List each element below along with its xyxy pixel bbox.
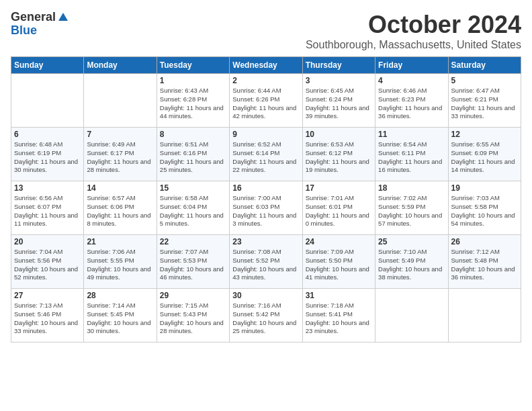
- day-cell: 6Sunrise: 6:48 AM Sunset: 6:19 PM Daylig…: [11, 128, 84, 181]
- day-number: 6: [14, 130, 81, 139]
- day-info: Sunrise: 6:48 AM Sunset: 6:19 PM Dayligh…: [14, 140, 81, 175]
- day-number: 1: [160, 76, 226, 85]
- day-info: Sunrise: 6:49 AM Sunset: 6:17 PM Dayligh…: [87, 140, 153, 175]
- day-info: Sunrise: 6:43 AM Sunset: 6:28 PM Dayligh…: [160, 87, 226, 121]
- day-cell: 27Sunrise: 7:13 AM Sunset: 5:46 PM Dayli…: [11, 289, 84, 342]
- col-header-sunday: Sunday: [11, 57, 84, 74]
- day-number: 4: [378, 76, 445, 85]
- day-number: 29: [160, 291, 226, 300]
- day-cell: 9Sunrise: 6:52 AM Sunset: 6:14 PM Daylig…: [230, 128, 302, 181]
- day-number: 15: [160, 183, 226, 193]
- day-cell: 24Sunrise: 7:09 AM Sunset: 5:50 PM Dayli…: [302, 235, 375, 289]
- col-header-thursday: Thursday: [302, 57, 375, 74]
- col-header-monday: Monday: [84, 57, 157, 74]
- day-cell: 14Sunrise: 6:57 AM Sunset: 6:06 PM Dayli…: [84, 181, 157, 235]
- day-cell: [11, 74, 84, 128]
- day-number: 16: [232, 183, 299, 193]
- day-info: Sunrise: 7:04 AM Sunset: 5:56 PM Dayligh…: [14, 248, 81, 282]
- week-row-5: 27Sunrise: 7:13 AM Sunset: 5:46 PM Dayli…: [11, 289, 521, 342]
- day-cell: [375, 289, 448, 342]
- day-info: Sunrise: 6:58 AM Sunset: 6:04 PM Dayligh…: [160, 194, 226, 228]
- day-info: Sunrise: 7:06 AM Sunset: 5:55 PM Dayligh…: [87, 248, 153, 282]
- day-info: Sunrise: 6:56 AM Sunset: 6:07 PM Dayligh…: [14, 194, 81, 228]
- day-number: 7: [87, 130, 153, 139]
- day-cell: 13Sunrise: 6:56 AM Sunset: 6:07 PM Dayli…: [11, 181, 84, 235]
- day-info: Sunrise: 6:55 AM Sunset: 6:09 PM Dayligh…: [451, 140, 518, 175]
- day-cell: 30Sunrise: 7:16 AM Sunset: 5:42 PM Dayli…: [230, 289, 302, 342]
- day-cell: 20Sunrise: 7:04 AM Sunset: 5:56 PM Dayli…: [11, 235, 84, 289]
- day-info: Sunrise: 7:12 AM Sunset: 5:48 PM Dayligh…: [451, 248, 518, 282]
- col-header-tuesday: Tuesday: [157, 57, 229, 74]
- day-info: Sunrise: 7:07 AM Sunset: 5:53 PM Dayligh…: [160, 248, 226, 282]
- day-info: Sunrise: 6:44 AM Sunset: 6:26 PM Dayligh…: [232, 87, 299, 121]
- day-info: Sunrise: 7:15 AM Sunset: 5:43 PM Dayligh…: [160, 302, 226, 336]
- day-number: 31: [306, 291, 372, 300]
- day-number: 26: [451, 237, 518, 246]
- day-info: Sunrise: 6:53 AM Sunset: 6:12 PM Dayligh…: [306, 140, 372, 175]
- day-number: 30: [232, 291, 299, 300]
- day-cell: 2Sunrise: 6:44 AM Sunset: 6:26 PM Daylig…: [230, 74, 302, 128]
- day-number: 18: [378, 183, 445, 193]
- day-cell: [84, 74, 157, 128]
- day-cell: 15Sunrise: 6:58 AM Sunset: 6:04 PM Dayli…: [157, 181, 229, 235]
- title-area: October 2024 Southborough, Massachusetts…: [306, 11, 521, 51]
- day-number: 12: [451, 130, 518, 139]
- day-number: 5: [451, 76, 518, 85]
- day-cell: 5Sunrise: 6:47 AM Sunset: 6:21 PM Daylig…: [448, 74, 521, 128]
- day-number: 28: [87, 291, 153, 300]
- day-number: 2: [232, 76, 299, 85]
- header-row: SundayMondayTuesdayWednesdayThursdayFrid…: [11, 57, 521, 74]
- day-cell: 25Sunrise: 7:10 AM Sunset: 5:49 PM Dayli…: [375, 235, 448, 289]
- col-header-saturday: Saturday: [448, 57, 521, 74]
- day-number: 21: [87, 237, 153, 246]
- day-info: Sunrise: 6:51 AM Sunset: 6:16 PM Dayligh…: [160, 140, 226, 175]
- day-cell: 17Sunrise: 7:01 AM Sunset: 6:01 PM Dayli…: [302, 181, 375, 235]
- day-cell: 29Sunrise: 7:15 AM Sunset: 5:43 PM Dayli…: [157, 289, 229, 342]
- week-row-4: 20Sunrise: 7:04 AM Sunset: 5:56 PM Dayli…: [11, 235, 521, 289]
- day-info: Sunrise: 6:47 AM Sunset: 6:21 PM Dayligh…: [451, 87, 518, 121]
- day-cell: 31Sunrise: 7:18 AM Sunset: 5:41 PM Dayli…: [302, 289, 375, 342]
- day-info: Sunrise: 7:08 AM Sunset: 5:52 PM Dayligh…: [232, 248, 299, 282]
- day-number: 23: [232, 237, 299, 246]
- day-info: Sunrise: 7:10 AM Sunset: 5:49 PM Dayligh…: [378, 248, 445, 282]
- day-info: Sunrise: 7:02 AM Sunset: 5:59 PM Dayligh…: [378, 194, 445, 228]
- day-info: Sunrise: 7:03 AM Sunset: 5:58 PM Dayligh…: [451, 194, 518, 228]
- col-header-friday: Friday: [375, 57, 448, 74]
- day-cell: 16Sunrise: 7:00 AM Sunset: 6:03 PM Dayli…: [230, 181, 302, 235]
- day-number: 19: [451, 183, 518, 193]
- day-info: Sunrise: 6:57 AM Sunset: 6:06 PM Dayligh…: [87, 194, 153, 228]
- day-info: Sunrise: 6:52 AM Sunset: 6:14 PM Dayligh…: [232, 140, 299, 175]
- logo: General Blue: [11, 11, 69, 38]
- header: General Blue October 2024 Southborough, …: [11, 11, 521, 51]
- day-info: Sunrise: 6:45 AM Sunset: 6:24 PM Dayligh…: [306, 87, 372, 121]
- week-row-3: 13Sunrise: 6:56 AM Sunset: 6:07 PM Dayli…: [11, 181, 521, 235]
- day-number: 24: [306, 237, 372, 246]
- day-cell: 10Sunrise: 6:53 AM Sunset: 6:12 PM Dayli…: [302, 128, 375, 181]
- day-cell: 26Sunrise: 7:12 AM Sunset: 5:48 PM Dayli…: [448, 235, 521, 289]
- day-info: Sunrise: 7:14 AM Sunset: 5:45 PM Dayligh…: [87, 302, 153, 336]
- logo-blue: Blue: [11, 24, 37, 38]
- day-info: Sunrise: 7:09 AM Sunset: 5:50 PM Dayligh…: [306, 248, 372, 282]
- day-info: Sunrise: 6:54 AM Sunset: 6:11 PM Dayligh…: [378, 140, 445, 175]
- day-cell: 3Sunrise: 6:45 AM Sunset: 6:24 PM Daylig…: [302, 74, 375, 128]
- day-cell: 18Sunrise: 7:02 AM Sunset: 5:59 PM Dayli…: [375, 181, 448, 235]
- day-cell: 12Sunrise: 6:55 AM Sunset: 6:09 PM Dayli…: [448, 128, 521, 181]
- day-cell: 11Sunrise: 6:54 AM Sunset: 6:11 PM Dayli…: [375, 128, 448, 181]
- day-number: 17: [306, 183, 372, 193]
- day-cell: 19Sunrise: 7:03 AM Sunset: 5:58 PM Dayli…: [448, 181, 521, 235]
- day-number: 11: [378, 130, 445, 139]
- svg-marker-0: [58, 13, 68, 21]
- day-number: 10: [306, 130, 372, 139]
- col-header-wednesday: Wednesday: [230, 57, 302, 74]
- day-cell: [448, 289, 521, 342]
- day-info: Sunrise: 7:00 AM Sunset: 6:03 PM Dayligh…: [232, 194, 299, 228]
- month-title: October 2024: [306, 11, 521, 39]
- day-cell: 28Sunrise: 7:14 AM Sunset: 5:45 PM Dayli…: [84, 289, 157, 342]
- week-row-2: 6Sunrise: 6:48 AM Sunset: 6:19 PM Daylig…: [11, 128, 521, 181]
- day-cell: 7Sunrise: 6:49 AM Sunset: 6:17 PM Daylig…: [84, 128, 157, 181]
- day-cell: 22Sunrise: 7:07 AM Sunset: 5:53 PM Dayli…: [157, 235, 229, 289]
- day-cell: 23Sunrise: 7:08 AM Sunset: 5:52 PM Dayli…: [230, 235, 302, 289]
- day-info: Sunrise: 6:46 AM Sunset: 6:23 PM Dayligh…: [378, 87, 445, 121]
- day-number: 22: [160, 237, 226, 246]
- day-info: Sunrise: 7:16 AM Sunset: 5:42 PM Dayligh…: [232, 302, 299, 336]
